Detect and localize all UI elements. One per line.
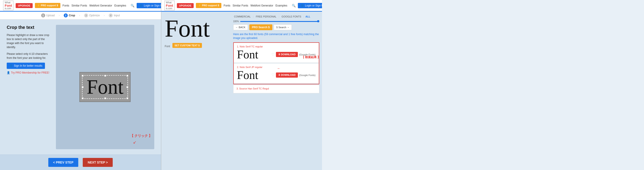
- logo-iscom: is.com: [5, 7, 12, 10]
- font-card-3-header: 3. Source Han Serif TC Regul: [236, 87, 316, 90]
- handle-ml: [82, 86, 84, 88]
- results-info: Here are the first 60 fonts (59 commerci…: [233, 32, 320, 40]
- logo-font: Font: [5, 4, 12, 7]
- filter-sep-1: |: [253, 15, 254, 18]
- next-step-button[interactable]: NEXT STEP >: [83, 158, 113, 167]
- font-card-1-header: 1. Noto Serif TC regular: [237, 45, 316, 48]
- right-logo-iscom: is.com: [166, 7, 173, 10]
- step-crop-label: Crop: [69, 14, 75, 17]
- left-panel: What Font is.com UPGRADE ⚡ PRO support $…: [0, 0, 161, 170]
- font-label: Font: [165, 45, 170, 48]
- step-upload: 1 Upload: [41, 14, 55, 18]
- corner-tl: [82, 75, 84, 76]
- filter-commercial[interactable]: COMMERCIAL: [233, 15, 252, 18]
- handle-mr: [126, 86, 128, 88]
- callout-arrow: ←: [277, 66, 281, 70]
- bottom-bar: < PREV STEP NEXT STEP >: [0, 154, 161, 170]
- step-sep-2: ›: [79, 14, 80, 17]
- user-icon: 👤: [139, 4, 143, 7]
- slider-thumb[interactable]: [317, 20, 319, 22]
- corner-bl: [82, 98, 84, 99]
- crop-area[interactable]: Font 【 クリック 】 ↙: [56, 25, 154, 149]
- right-logo-font: Font: [166, 4, 173, 7]
- s-search-button[interactable]: S Search →: [274, 24, 292, 30]
- pro-link[interactable]: 👤 Try PRO Membership for FREE!: [7, 71, 52, 74]
- right-user-icon: 👤: [300, 4, 304, 7]
- right-upgrade-button[interactable]: UPGRADE: [177, 3, 194, 8]
- step-sep-1: ›: [59, 14, 60, 17]
- filter-free-personal[interactable]: FREE PERSONAL: [255, 15, 277, 18]
- left-nav: What Font is.com UPGRADE ⚡ PRO support $…: [0, 0, 161, 12]
- crop-heading: Crop the text: [7, 25, 52, 30]
- font-card-2-row: Font ♡ ⬇ DOWNLOAD (Google Fonts): [237, 69, 316, 81]
- step-input-label: Input: [114, 14, 120, 17]
- step-input: 4 Input: [109, 14, 120, 18]
- font-display-large: Font: [165, 16, 227, 41]
- step-crop-num: 2: [64, 14, 68, 18]
- user-icon-signin: 👤: [10, 64, 13, 67]
- steps-bar: 1 Upload › 2 Crop › 3 Optimize › 4 Input: [0, 12, 161, 20]
- download-button-1[interactable]: ⬇ DOWNLOAD: [276, 52, 298, 57]
- font-card-2-header: 2. Noto Serif JP regular: [237, 66, 316, 68]
- right-similar-fonts-link[interactable]: Similar Fonts: [232, 4, 248, 7]
- filter-tabs: COMMERCIAL | FREE PERSONAL | GOOGLE FONT…: [233, 15, 320, 18]
- left-main-content: Crop the text Please highlight or draw a…: [0, 20, 161, 154]
- prev-step-button[interactable]: < PREV STEP: [48, 158, 78, 167]
- results-container: 1. Noto Serif TC regular Font ♡ ⬇ DOWNLO…: [233, 42, 320, 84]
- right-login-button[interactable]: 👤 Login or Sign Up: [298, 3, 322, 8]
- slider-row: 100%: [233, 20, 320, 22]
- font-card-1-preview: Font: [237, 49, 270, 60]
- right-search-icon[interactable]: 🔍: [292, 4, 296, 8]
- pro-support-button[interactable]: ⚡ PRO support $: [35, 3, 60, 8]
- step-optimize-label: Optimize: [89, 14, 100, 17]
- arrow-indicator: ↙: [133, 140, 136, 145]
- step-sep-3: ›: [104, 14, 105, 17]
- examples-link[interactable]: Examples: [114, 4, 126, 7]
- step-upload-label: Upload: [46, 14, 55, 17]
- step-input-num: 4: [109, 14, 113, 18]
- heart-icon-2[interactable]: ♡: [272, 73, 274, 77]
- set-custom-text-button[interactable]: SET CUSTOM TEXT $: [172, 43, 202, 48]
- back-button[interactable]: ← BACK: [233, 24, 248, 30]
- slider-percent-label: 100%: [233, 20, 239, 22]
- right-pro-support-button[interactable]: ⚡ PRO support $: [196, 3, 222, 8]
- crop-para2: Please select only 4-10 characters from …: [7, 52, 52, 60]
- step-upload-num: 1: [41, 14, 45, 18]
- font-card-2-actions: ♡ ⬇ DOWNLOAD (Google Fonts): [272, 72, 316, 78]
- upgrade-button[interactable]: UPGRADE: [16, 3, 32, 8]
- crop-font-preview: Font: [86, 76, 124, 98]
- right-webfont-generator-link[interactable]: Webfont Generator: [250, 4, 273, 7]
- right-fonts-link[interactable]: Fonts: [224, 4, 230, 7]
- filter-all[interactable]: ALL: [306, 15, 310, 18]
- right-sidebar: COMMERCIAL | FREE PERSONAL | GOOGLE FONT…: [230, 12, 322, 170]
- search-icon[interactable]: 🔍: [130, 4, 134, 8]
- right-examples-link[interactable]: Examples: [276, 4, 287, 7]
- right-logo: What Font is.com: [164, 1, 175, 10]
- webfont-generator-link[interactable]: Webfont Generator: [90, 4, 112, 7]
- user-icon-pro: 👤: [7, 71, 10, 74]
- left-instructions: Crop the text Please highlight or draw a…: [7, 25, 52, 149]
- fonts-link[interactable]: Fonts: [62, 4, 69, 7]
- font-card-2-preview: Font: [237, 69, 270, 81]
- filter-google-fonts[interactable]: GOOGLE FONTS: [281, 15, 302, 18]
- font-card-2: 2. Noto Serif JP regular Font ♡ ⬇ DOWNLO…: [234, 63, 319, 84]
- filter-sep-3: |: [304, 15, 304, 18]
- google-fonts-tag-2: (Google Fonts): [299, 74, 316, 76]
- font-card-3: 3. Source Han Serif TC Regul: [233, 85, 320, 93]
- corner-br: [126, 98, 128, 99]
- download-button-2[interactable]: ⬇ DOWNLOAD: [276, 72, 298, 78]
- similar-fonts-link[interactable]: Similar Fonts: [72, 4, 87, 7]
- logo: What Font is.com: [3, 1, 14, 10]
- pro-search-button[interactable]: PRO Search $: [249, 24, 272, 30]
- click-callout: 【 クリック 】: [130, 134, 152, 138]
- slider-track[interactable]: [240, 21, 319, 22]
- results-callout: 【 検索結果 】: [302, 55, 320, 59]
- filter-sep-2: |: [278, 15, 279, 18]
- right-nav: What Font is.com UPGRADE ⚡ PRO support $…: [161, 0, 322, 12]
- step-crop: 2 Crop: [64, 14, 75, 18]
- right-content: Font Font SET CUSTOM TEXT $ COMMERCIAL |…: [161, 12, 322, 170]
- signin-button[interactable]: 👤 Sign In for better results: [7, 63, 45, 69]
- font-display-area: Font Font SET CUSTOM TEXT $: [161, 12, 230, 170]
- heart-icon-1[interactable]: ♡: [272, 52, 274, 56]
- step-optimize-num: 3: [84, 14, 88, 18]
